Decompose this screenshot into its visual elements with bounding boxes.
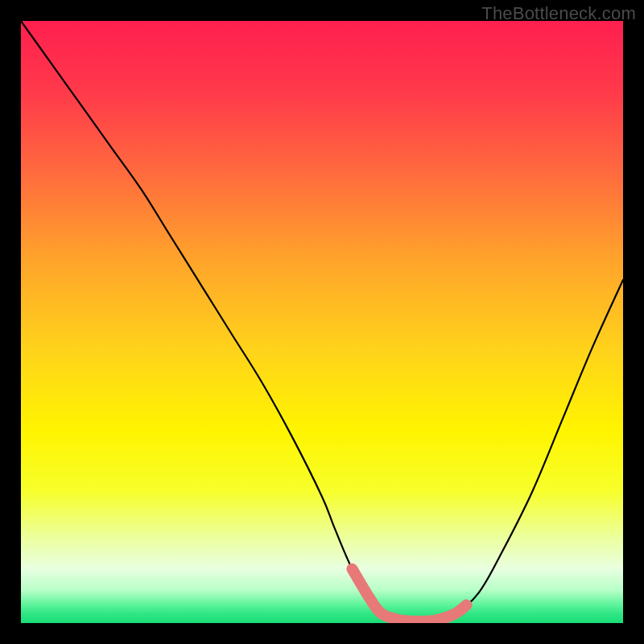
chart-frame: TheBottleneck.com	[0, 0, 644, 644]
bottleneck-curve	[21, 21, 623, 621]
watermark-text: TheBottleneck.com	[481, 3, 636, 24]
highlight-segment	[352, 569, 466, 621]
chart-curve-layer	[21, 21, 623, 623]
plot-area	[21, 21, 623, 623]
